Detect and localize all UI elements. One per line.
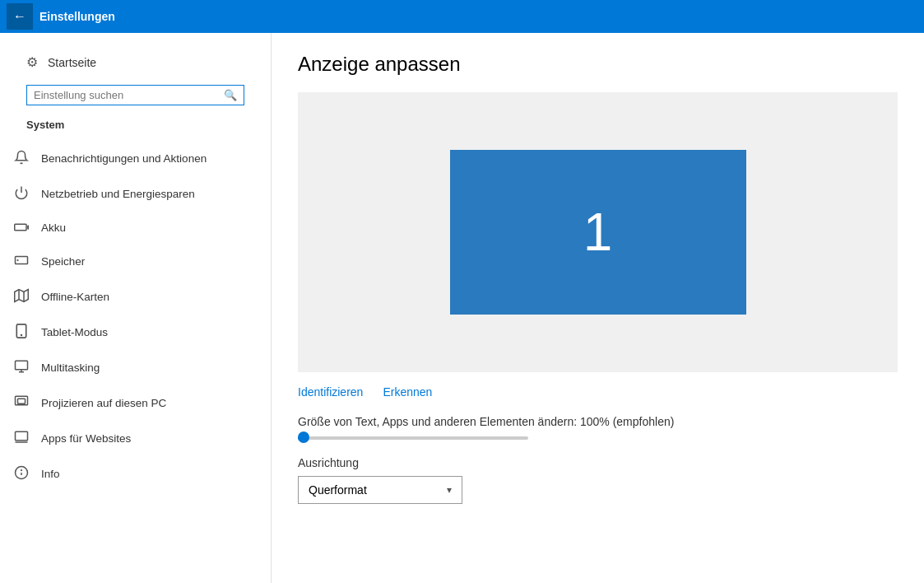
tablet-modus-label: Tablet-Modus — [41, 326, 108, 338]
svg-rect-14 — [18, 399, 26, 403]
sidebar-nav: Benachrichtigungen und Aktionen Netzbetr… — [0, 141, 271, 583]
projizieren-label: Projizieren auf diesen PC — [41, 397, 166, 409]
orientation-value: Querformat — [309, 483, 367, 497]
multitasking-label: Multitasking — [41, 361, 100, 374]
search-input[interactable] — [34, 89, 224, 101]
map-icon — [13, 288, 30, 305]
sidebar-item-speicher[interactable]: Speicher — [0, 244, 271, 279]
svg-marker-5 — [15, 290, 29, 302]
display-links: Identifizieren Erkennen — [298, 385, 898, 399]
storage-icon — [13, 253, 30, 270]
project-icon — [13, 394, 30, 412]
svg-rect-10 — [16, 361, 28, 370]
tablet-icon — [13, 324, 30, 341]
scale-slider-thumb[interactable] — [298, 431, 309, 443]
sidebar-item-akku[interactable]: Akku — [0, 212, 271, 244]
svg-rect-1 — [15, 224, 26, 231]
info-icon — [13, 465, 30, 483]
netzbetrieb-label: Netzbetrieb und Energiesparen — [41, 188, 195, 200]
power-icon — [13, 185, 30, 203]
main-layout: ⚙ Startseite 🔍 System Benachrichtigungen… — [0, 33, 924, 583]
scale-slider-container[interactable] — [298, 436, 898, 440]
system-section-label: System — [13, 112, 258, 134]
sidebar-item-benachrichtigungen[interactable]: Benachrichtigungen und Aktionen — [0, 141, 271, 176]
svg-rect-15 — [16, 431, 28, 441]
info-label: Info — [41, 468, 60, 480]
monitor-box: 1 — [450, 150, 746, 315]
back-button[interactable]: ← — [7, 3, 33, 30]
startseite-label: Startseite — [48, 56, 96, 69]
offline-karten-label: Offline-Karten — [41, 291, 109, 303]
benachrichtigungen-label: Benachrichtigungen und Aktionen — [41, 152, 207, 165]
sidebar-item-startseite[interactable]: ⚙ Startseite — [13, 46, 258, 78]
scale-label: Größe von Text, Apps und anderen Element… — [298, 415, 898, 428]
titlebar-title: Einstellungen — [39, 10, 115, 23]
orientation-label: Ausrichtung — [298, 456, 898, 469]
sidebar-item-multitasking[interactable]: Multitasking — [0, 350, 271, 385]
detect-link[interactable]: Erkennen — [383, 385, 432, 399]
sidebar-item-tablet-modus[interactable]: Tablet-Modus — [0, 315, 271, 350]
scale-slider-track[interactable] — [298, 436, 528, 440]
akku-label: Akku — [41, 222, 66, 234]
sidebar-item-info[interactable]: Info — [0, 456, 271, 492]
sidebar-item-projizieren[interactable]: Projizieren auf diesen PC — [0, 385, 271, 421]
monitor-number: 1 — [583, 202, 613, 263]
sidebar-item-offline-karten[interactable]: Offline-Karten — [0, 279, 271, 315]
speicher-label: Speicher — [41, 255, 85, 268]
content-area: Anzeige anpassen 1 Identifizieren Erkenn… — [272, 33, 924, 583]
bell-icon — [13, 150, 30, 167]
sidebar-item-apps-websites[interactable]: Apps für Websites — [0, 421, 271, 456]
battery-icon — [13, 221, 30, 235]
identify-link[interactable]: Identifizieren — [298, 385, 363, 399]
back-icon: ← — [13, 9, 26, 24]
display-preview: 1 — [298, 92, 898, 372]
chevron-down-icon: ▾ — [447, 484, 452, 496]
search-box[interactable]: 🔍 — [26, 85, 244, 105]
sidebar: ⚙ Startseite 🔍 System Benachrichtigungen… — [0, 33, 272, 583]
multitasking-icon — [13, 359, 30, 376]
titlebar: ← Einstellungen — [0, 0, 924, 33]
search-icon: 🔍 — [224, 89, 237, 101]
orientation-dropdown[interactable]: Querformat ▾ — [298, 476, 462, 504]
sidebar-item-netzbetrieb[interactable]: Netzbetrieb und Energiesparen — [0, 176, 271, 212]
sidebar-header: ⚙ Startseite 🔍 System — [0, 33, 271, 141]
apps-websites-label: Apps für Websites — [41, 432, 131, 445]
home-icon: ⚙ — [26, 54, 38, 70]
apps-icon — [13, 430, 30, 447]
page-title: Anzeige anpassen — [298, 53, 898, 76]
